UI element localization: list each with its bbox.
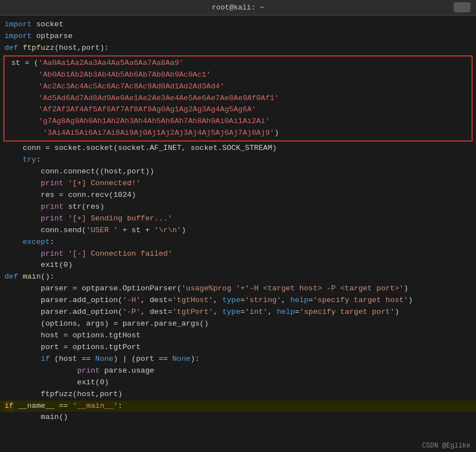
line-exit: exit(0) <box>0 260 476 271</box>
line-print-usage: print parse.usage <box>0 365 476 377</box>
line-st-2: 'Ab0Ab1Ab2Ab3Ab4Ab5Ab6Ab7Ab8Ab9Ac0Ac1' <box>7 69 469 81</box>
line-recv: res = conn.recv(1024) <box>0 190 476 201</box>
line-add-opt-p: parser.add_option('-P', dest='tgtPort', … <box>0 307 476 318</box>
line-st-7: '3Ai4Ai5Ai6Ai7Ai8Ai9Aj0Aj1Aj2Aj3Aj4Aj5Aj… <box>7 128 469 139</box>
line-ftpfuzz-call: ftpfuzz(host,port) <box>0 389 476 401</box>
window-button[interactable] <box>454 2 470 12</box>
line-st-4: 'Ad5Ad6Ad7Ad8Ad9Ae0Ae1Ae2Ae3Ae4Ae5Ae6Ae7… <box>7 93 469 105</box>
line-add-opt-h: parser.add_option('-H', dest='tgtHost', … <box>0 295 476 307</box>
line-st-6: 'g7Ag8Ag9Ah0Ah1Ah2Ah3Ah4Ah5Ah6Ah7Ah8Ah9A… <box>7 116 469 128</box>
line-host: host = options.tgtHost <box>0 330 476 342</box>
line-port: port = options.tgtPort <box>0 342 476 354</box>
line-def-ftpfuzz: def ftpfuzz(host,port): <box>0 43 476 54</box>
line-connect: conn.connect((host,port)) <box>0 166 476 178</box>
line-except: except: <box>0 237 476 248</box>
footer: CSDN @Eglike <box>422 442 470 450</box>
line-print-str: print str(res) <box>0 201 476 213</box>
line-st-5: 'Af2Af3Af4Af5Af6Af7Af8Af9Ag0Ag1Ag2Ag3Ag4… <box>7 104 469 116</box>
line-if-host-port: if (host == None) | (port == None): <box>0 354 476 365</box>
line-conn-send: conn.send('USER ' + st + '\r\n') <box>0 225 476 237</box>
code-area: import socket import optparse def ftpfuz… <box>0 16 476 427</box>
line-st-open: st = ('Aa0Aa1Aa2Aa3Aa4Aa5Aa6Aa7Aa8Aa9' <box>7 58 469 69</box>
line-import-socket: import socket <box>0 19 476 31</box>
line-st-3: 'Ac2Ac3Ac4Ac5Ac6Ac7Ac8Ac9Ad0Ad1Ad2Ad3Ad4… <box>7 81 469 93</box>
line-print-connected: print '[+] Connected!' <box>0 178 476 190</box>
line-parse-args: (options, args) = parser.parse_args() <box>0 318 476 330</box>
line-print-sending: print '[+] Sending buffer...' <box>0 213 476 225</box>
title-text: root@kali: ~ <box>212 3 264 12</box>
line-import-optparse: import optparse <box>0 31 476 43</box>
line-exit2: exit(0) <box>0 377 476 389</box>
highlighted-block: st = ('Aa0Aa1Aa2Aa3Aa4Aa5Aa6Aa7Aa8Aa9' '… <box>3 55 473 142</box>
line-conn: conn = socket.socket(socket.AF_INET, soc… <box>0 143 476 154</box>
line-if-name: if __name__ == '__main__': <box>0 401 476 412</box>
line-print-failed: print '[-] Connection failed' <box>0 248 476 260</box>
title-bar: root@kali: ~ <box>0 0 476 16</box>
line-try: try: <box>0 154 476 166</box>
line-def-main: def main(): <box>0 271 476 283</box>
line-parser: parser = optparse.OptionParser('usage%pr… <box>0 283 476 295</box>
line-main-call: main() <box>0 412 476 423</box>
